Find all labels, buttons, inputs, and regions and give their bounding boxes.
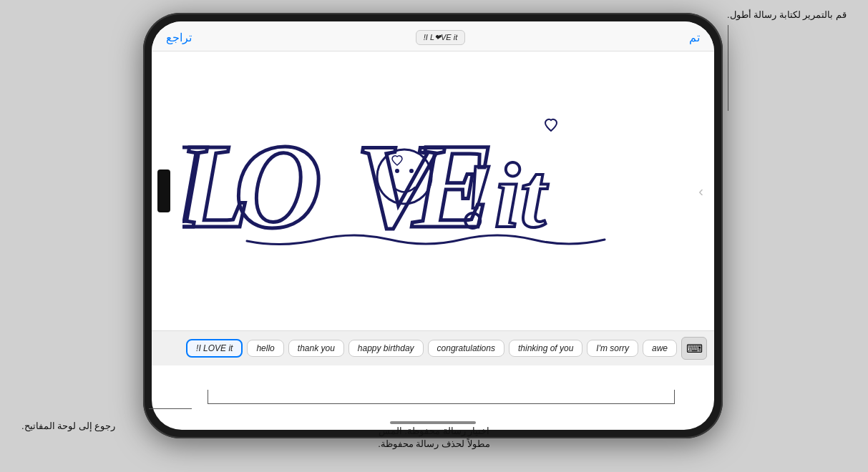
drawing-area[interactable]: I L O V E [152,51,714,330]
sticker-happy-birthday[interactable]: happy birthday [348,340,424,357]
sticker-bar: ⌨ awe I'm sorry thinking of you congratu… [152,330,714,365]
sticker-awe[interactable]: awe [643,340,677,357]
sticker-congratulations[interactable]: congratulations [428,340,504,357]
annotation-line-bottom-center [208,403,675,404]
sticker-hello[interactable]: hello [247,340,283,357]
sticker-thank-you[interactable]: thank you [288,340,344,357]
svg-text:it!: it! [458,144,549,247]
sticker-i-love-it[interactable]: I LOVE it! [186,339,243,358]
sticker-thinking-of-you[interactable]: thinking of you [509,340,582,357]
annotation-top-right: قم بالتمرير لكتابة رسالة أطول. [727,9,847,21]
annotation-line-bottom-center-right [674,390,675,404]
side-button [157,169,170,212]
annotation-line-top-right [728,25,728,111]
annotation-line-bottom-center-left [208,390,208,404]
annotation-bottom-center: اختيار رسالة محفوظة. المس مطولاً لحذف رس… [215,425,653,451]
undo-button[interactable]: تراجع [166,31,192,44]
done-button[interactable]: تم [689,31,700,44]
svg-text:O: O [234,119,322,253]
preview-label: I L❤VE it! [416,30,466,45]
keyboard-icon: ⌨ [686,342,703,355]
top-bar: تم I L❤VE it! تراجع [152,21,714,51]
phone-frame: تم I L❤VE it! تراجع I L O [143,13,723,438]
keyboard-button[interactable]: ⌨ [681,337,707,360]
annotation-bottom-left: رجوع إلى لوحة المفاتيح. [21,420,115,433]
phone-screen: تم I L❤VE it! تراجع I L O [152,21,714,430]
home-indicator [390,421,476,424]
chevron-right-icon[interactable]: › [698,183,703,200]
annotation-line-bottom-left [149,408,192,409]
sticker-im-sorry[interactable]: I'm sorry [587,340,638,357]
handwriting-canvas: I L O V E [182,69,683,313]
page-container: قم بالتمرير لكتابة رسالة أطول. تم I L❤VE… [0,0,868,472]
